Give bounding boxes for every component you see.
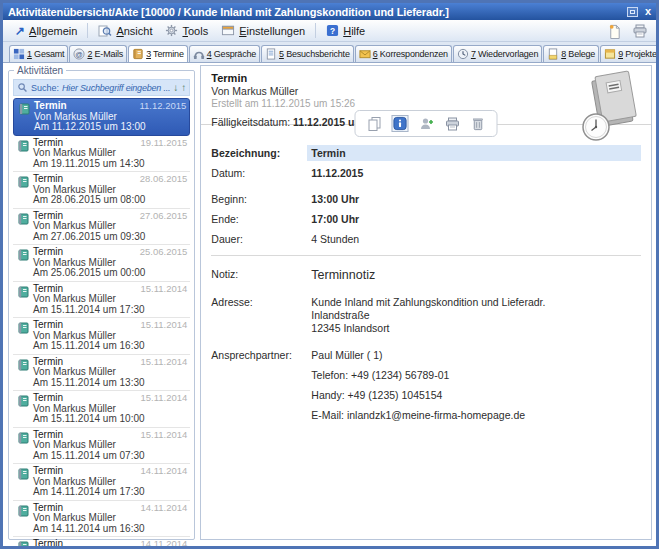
- tab-wiedervorlagen[interactable]: 7 Wiedervorlagen: [453, 45, 542, 62]
- activity-title: Termin: [34, 101, 67, 112]
- field-value-line: 12345 Inlandsort: [311, 322, 641, 334]
- tab-projekte[interactable]: 9 Projekte: [600, 45, 656, 62]
- activity-when: Am 25.06.2015 um 00:00: [33, 268, 187, 279]
- activity-date: 19.11.2015: [140, 138, 187, 149]
- field-label: Ansprechpartner:: [211, 349, 311, 429]
- copy-button[interactable]: [366, 115, 383, 132]
- field-label: Bezeichnung:: [211, 147, 311, 159]
- activity-when: Am 27.06.2015 um 09:30: [33, 232, 187, 243]
- tab-gesamt[interactable]: 1 Gesamt: [9, 45, 68, 62]
- emails-icon: @: [73, 48, 85, 60]
- print-button[interactable]: [444, 115, 461, 132]
- field-label: Adresse:: [211, 296, 311, 335]
- field-value: Paul Müller ( 1)Telefon: +49 (1234) 5678…: [311, 349, 641, 429]
- activity-list-item[interactable]: Termin15.11.2014Von Markus MüllerAm 15.1…: [13, 282, 190, 319]
- print-toolbar-button[interactable]: [631, 22, 648, 39]
- activity-when: Am 14.11.2014 um 17:30: [33, 487, 187, 498]
- field-label: Dauer:: [211, 233, 311, 245]
- menu-einstellungen[interactable]: Einstellungen: [215, 22, 311, 39]
- besuchsberichte-icon: [265, 48, 277, 60]
- add-contact-button[interactable]: [418, 115, 435, 132]
- close-window-icon[interactable]: x: [645, 6, 651, 17]
- tab-label: 4 Gespräche: [207, 49, 256, 59]
- main-content: Aktivitäten Suche: Hier Suchbegriff eing…: [3, 63, 656, 546]
- tab-termine[interactable]: 3 Termine: [128, 45, 188, 63]
- activity-book-icon: [16, 248, 30, 262]
- menu-hilfe[interactable]: ?Hilfe: [320, 22, 371, 39]
- activity-date: 15.11.2014: [140, 393, 187, 404]
- activity-list-item[interactable]: Termin15.11.2014Von Markus MüllerAm 15.1…: [13, 391, 190, 428]
- field-value-line: Inlandstraße: [311, 309, 641, 321]
- activity-list-item[interactable]: Termin25.06.2015Von Markus MüllerAm 25.0…: [13, 245, 190, 282]
- activity-list-item[interactable]: Termin14.11.2014Von Markus MüllerAm 14.1…: [13, 537, 190, 549]
- einstellungen-icon: [221, 24, 235, 37]
- field-row-adresse: Adresse:Kunde Inland mit Zahlungskonditi…: [211, 296, 641, 335]
- menu-allgemein[interactable]: ↗Allgemein: [9, 23, 83, 39]
- field-row-ansprechpartner: Ansprechpartner:Paul Müller ( 1)Telefon:…: [211, 349, 641, 429]
- field-label: Notiz:: [211, 268, 311, 282]
- termine-icon: [132, 48, 144, 60]
- field-row-beginn: Beginn:13:00 Uhr: [211, 193, 641, 205]
- activity-title: Termin: [33, 247, 63, 258]
- activity-list-item[interactable]: Termin15.11.2014Von Markus MüllerAm 15.1…: [13, 318, 190, 355]
- activity-list-item[interactable]: Termin14.11.2014Von Markus MüllerAm 14.1…: [13, 501, 190, 538]
- activity-book-icon: [16, 321, 30, 335]
- activity-list: Termin11.12.2015Von Markus MüllerAm 11.1…: [13, 98, 190, 549]
- search-input[interactable]: Hier Suchbegriff eingeben ...: [62, 83, 170, 93]
- field-row-ende: Ende:17:00 Uhr: [211, 213, 641, 225]
- activity-when: Am 15.11.2014 um 07:30: [33, 451, 187, 462]
- tab-belege[interactable]: 8 Belege: [543, 45, 599, 62]
- menu-ansicht[interactable]: Ansicht: [92, 22, 158, 40]
- belege-icon: [547, 48, 559, 60]
- projekte-icon: [604, 48, 616, 60]
- activity-list-item[interactable]: Termin11.12.2015Von Markus MüllerAm 11.1…: [13, 98, 190, 136]
- tab-label: 7 Wiedervorlagen: [471, 49, 538, 59]
- activity-list-item[interactable]: Termin27.06.2015Von Markus MüllerAm 27.0…: [13, 209, 190, 246]
- search-prev-icon[interactable]: ↑: [181, 83, 186, 93]
- menu-tools[interactable]: Tools: [159, 22, 214, 39]
- field-value: 4 Stunden: [311, 233, 641, 245]
- field-divider: [211, 255, 641, 256]
- field-value: Terminnotiz: [311, 268, 641, 282]
- search-next-icon[interactable]: ↓: [173, 83, 178, 93]
- activity-search[interactable]: Suche: Hier Suchbegriff eingeben ... ↓ ↑: [13, 79, 190, 96]
- activity-date: 15.11.2014: [140, 430, 187, 441]
- tab-besuchsberichte[interactable]: 5 Besuchsberichte: [261, 45, 354, 62]
- restore-window-icon[interactable]: [627, 7, 638, 17]
- activity-from: Von Markus Müller: [33, 148, 187, 159]
- printer-icon: [444, 116, 460, 132]
- tab-label: 3 Termine: [146, 49, 184, 59]
- tab-emails[interactable]: @2 E-Mails: [69, 45, 127, 62]
- activity-list-item[interactable]: Termin14.11.2014Von Markus MüllerAm 14.1…: [13, 464, 190, 501]
- window-titlebar[interactable]: Aktivitätenübersicht/Akte [10000 / Kunde…: [3, 3, 656, 20]
- activity-list-item[interactable]: Termin15.11.2014Von Markus MüllerAm 15.1…: [13, 428, 190, 465]
- activity-list-item[interactable]: Termin28.06.2015Von Markus MüllerAm 28.0…: [13, 172, 190, 209]
- activity-book-icon: [16, 285, 30, 299]
- activity-from: Von Markus Müller: [33, 221, 187, 232]
- wiedervorlagen-icon: [457, 48, 469, 60]
- new-document-button[interactable]: [606, 22, 623, 39]
- activity-when: Am 11.12.2015 um 13:00: [34, 122, 186, 133]
- activity-list-item[interactable]: Termin19.11.2015Von Markus MüllerAm 19.1…: [13, 136, 190, 173]
- detail-author: Von Markus Müller: [211, 85, 641, 97]
- activity-title: Termin: [33, 393, 63, 404]
- app-window: Aktivitätenübersicht/Akte [10000 / Kunde…: [0, 0, 659, 549]
- tab-label: 2 E-Mails: [87, 49, 123, 59]
- tab-korrespondenzen[interactable]: 6 Korrespondenzen: [355, 45, 452, 62]
- info-button[interactable]: [392, 115, 409, 132]
- field-value-line: Telefon: +49 (1234) 56789-01: [311, 369, 641, 381]
- field-value: 13:00 Uhr: [311, 193, 641, 205]
- field-value: 11.12.2015: [311, 167, 641, 179]
- gesamt-icon: [13, 48, 25, 60]
- tab-gespraeche[interactable]: 4 Gespräche: [189, 45, 260, 62]
- activity-list-item[interactable]: Termin15.11.2014Von Markus MüllerAm 15.1…: [13, 355, 190, 392]
- activity-book-icon: [16, 394, 30, 408]
- activity-date: 14.11.2014: [140, 539, 187, 549]
- delete-button[interactable]: [470, 115, 487, 132]
- detail-header: Termin Von Markus Müller Erstellt am 11.…: [201, 66, 651, 125]
- activity-book-icon: [16, 431, 30, 445]
- activity-book-icon: [16, 467, 30, 481]
- activity-when: Am 15.11.2014 um 10:00: [33, 414, 187, 425]
- field-label: Beginn:: [211, 193, 311, 205]
- tab-label: 9 Projekte: [618, 49, 656, 59]
